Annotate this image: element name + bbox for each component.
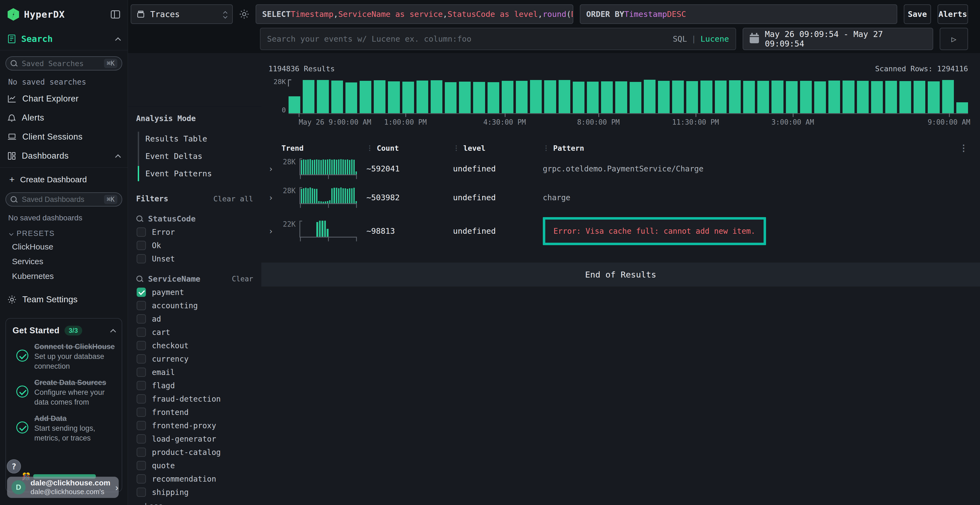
column-header-pattern[interactable]: Pattern xyxy=(553,144,584,152)
sidebar-item-dashboards[interactable]: Dashboards xyxy=(0,146,128,168)
filter-option-unset[interactable]: Unset xyxy=(136,254,253,264)
histogram-bar[interactable] xyxy=(530,80,542,113)
histogram-bar[interactable] xyxy=(644,80,655,113)
order-by-input[interactable]: ORDER BY Timestamp DESC xyxy=(580,4,897,24)
histogram-bar[interactable] xyxy=(360,81,371,113)
unchecked-checkbox[interactable] xyxy=(137,488,146,497)
histogram-bar[interactable] xyxy=(317,80,329,113)
filter-option-frontend-proxy[interactable]: frontend-proxy xyxy=(136,421,253,430)
histogram-bar[interactable] xyxy=(573,82,584,113)
histogram-bar[interactable] xyxy=(303,80,314,113)
column-handle-icon[interactable]: ⋮ xyxy=(543,145,549,151)
user-menu[interactable]: D dale@clickhouse.com dale@clickhouse.co… xyxy=(7,477,119,498)
sidebar-item-search[interactable]: Search xyxy=(0,28,128,50)
filter-option-ad[interactable]: ad xyxy=(136,314,253,324)
search-icon[interactable] xyxy=(136,275,143,283)
unchecked-checkbox[interactable] xyxy=(137,461,146,470)
unchecked-checkbox[interactable] xyxy=(137,227,146,237)
column-header-level[interactable]: level xyxy=(463,144,485,152)
histogram-bar[interactable] xyxy=(402,82,414,113)
unchecked-checkbox[interactable] xyxy=(137,421,146,430)
filter-option-flagd[interactable]: flagd xyxy=(136,381,253,390)
chevron-up-icon[interactable] xyxy=(115,154,121,160)
analysis-mode-results-table[interactable]: Results Table xyxy=(145,130,253,148)
filter-group-clear-button[interactable]: Clear xyxy=(232,275,253,283)
column-header-trend[interactable]: Trend xyxy=(282,144,304,152)
histogram-bar[interactable] xyxy=(715,81,727,113)
get-started-item[interactable]: Add Data Start sending logs, metrics, or… xyxy=(16,414,115,443)
filter-option-fraud-detection[interactable]: fraud-detection xyxy=(136,394,253,403)
filter-option-checkout[interactable]: checkout xyxy=(136,341,253,350)
filter-option-recommendation[interactable]: recommendation xyxy=(136,474,253,483)
histogram-bar[interactable] xyxy=(388,81,399,113)
unchecked-checkbox[interactable] xyxy=(137,354,146,364)
sidebar-collapse-icon[interactable] xyxy=(111,10,120,19)
language-toggle-sql[interactable]: SQL xyxy=(673,34,687,43)
histogram-bar[interactable] xyxy=(630,82,641,113)
histogram-bar[interactable] xyxy=(502,81,514,113)
unchecked-checkbox[interactable] xyxy=(137,241,146,250)
source-settings-gear-icon[interactable] xyxy=(239,9,249,19)
collapse-less-button[interactable]: Less xyxy=(136,502,253,505)
histogram-bar[interactable] xyxy=(459,82,471,113)
histogram-bar[interactable] xyxy=(743,81,755,113)
unchecked-checkbox[interactable] xyxy=(137,254,146,264)
filter-option-error[interactable]: Error xyxy=(136,227,253,237)
language-toggle-lucene[interactable]: Lucene xyxy=(700,34,729,43)
histogram-bar[interactable] xyxy=(615,81,627,113)
help-button[interactable]: ? xyxy=(7,459,21,473)
sidebar-item-chart-explorer[interactable]: Chart Explorer xyxy=(0,89,128,108)
histogram-bar[interactable] xyxy=(899,81,911,113)
checked-checkbox[interactable] xyxy=(137,287,146,297)
histogram-bar[interactable] xyxy=(942,80,954,113)
highlighted-pattern-box[interactable]: Error: Visa cache full: cannot add new i… xyxy=(543,217,766,245)
histogram-bar[interactable] xyxy=(686,81,698,113)
filter-option-product-catalog[interactable]: product-catalog xyxy=(136,448,253,457)
histogram-bar[interactable] xyxy=(857,81,869,113)
expand-row-chevron-icon[interactable]: › xyxy=(269,164,282,173)
histogram-bar[interactable] xyxy=(488,82,499,113)
preset-services[interactable]: Services xyxy=(0,254,128,269)
pattern-row[interactable]: ›28K~503982undefinedcharge xyxy=(269,183,968,212)
histogram-bar[interactable] xyxy=(374,80,385,113)
filter-option-accounting[interactable]: accounting xyxy=(136,301,253,310)
filter-option-cart[interactable]: cart xyxy=(136,327,253,337)
histogram-bar[interactable] xyxy=(814,81,826,113)
filter-option-currency[interactable]: currency xyxy=(136,354,253,364)
histogram-bar[interactable] xyxy=(700,81,712,113)
histogram-bar[interactable] xyxy=(445,82,457,113)
filter-option-payment[interactable]: payment xyxy=(136,287,253,297)
histogram-bar[interactable] xyxy=(672,81,684,113)
histogram-bar[interactable] xyxy=(417,81,428,113)
pattern-row[interactable]: ›22K~98813undefinedError: Visa cache ful… xyxy=(269,212,968,250)
event-search-input[interactable]: Search your events w/ Lucene ex. column:… xyxy=(260,28,736,50)
filter-option-ok[interactable]: Ok xyxy=(136,241,253,250)
chevron-up-icon[interactable] xyxy=(115,37,121,43)
unchecked-checkbox[interactable] xyxy=(137,434,146,443)
column-handle-icon[interactable]: ⋮ xyxy=(366,145,373,151)
source-select[interactable]: Traces xyxy=(130,4,233,24)
saved-dashboards-input[interactable]: Saved Dashboards ⌘K xyxy=(5,192,122,206)
sidebar-item-team-settings[interactable]: Team Settings xyxy=(0,284,128,310)
presets-toggle[interactable]: PRESETS xyxy=(0,225,128,240)
filter-option-shipping[interactable]: shipping xyxy=(136,488,253,497)
get-started-item[interactable]: Create Data Sources Configure where your… xyxy=(16,378,115,407)
histogram-bar[interactable] xyxy=(913,81,925,113)
analysis-mode-event-deltas[interactable]: Event Deltas xyxy=(145,148,253,165)
filter-option-email[interactable]: email xyxy=(136,368,253,377)
histogram-bar[interactable] xyxy=(885,81,897,113)
column-handle-icon[interactable]: ⋮ xyxy=(453,145,460,151)
histogram-bar[interactable] xyxy=(288,96,300,113)
unchecked-checkbox[interactable] xyxy=(137,368,146,377)
unchecked-checkbox[interactable] xyxy=(137,381,146,390)
search-icon[interactable] xyxy=(136,215,143,222)
sidebar-item-alerts[interactable]: Alerts xyxy=(0,108,128,127)
filter-option-quote[interactable]: quote xyxy=(136,461,253,470)
histogram-bar[interactable] xyxy=(843,81,854,113)
date-range-picker[interactable]: May 26 09:09:54 - May 27 09:09:54 xyxy=(743,28,933,50)
unchecked-checkbox[interactable] xyxy=(137,314,146,324)
histogram-bar[interactable] xyxy=(345,83,357,113)
clear-all-filters-button[interactable]: Clear all xyxy=(213,195,253,203)
sidebar-item-client-sessions[interactable]: Client Sessions xyxy=(0,127,128,146)
histogram-bar[interactable] xyxy=(601,81,613,113)
